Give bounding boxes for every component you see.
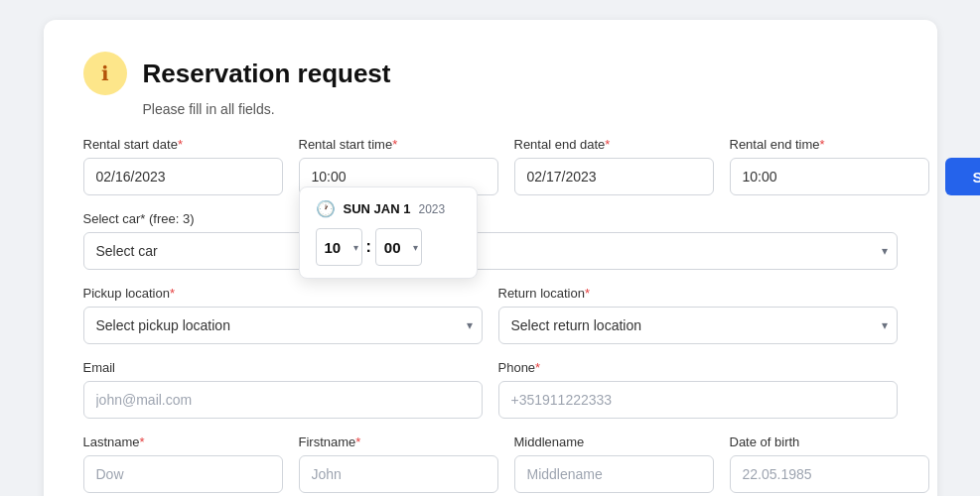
dob-input[interactable] (730, 455, 929, 493)
car-row: Select car* (free: 3) Select car ▾ (83, 211, 898, 270)
select-car-group: Select car* (free: 3) Select car ▾ (83, 211, 898, 270)
return-location-group: Return location* Select return location … (498, 286, 898, 344)
phone-group: Phone* (498, 360, 898, 419)
dob-group: Date of birth (730, 434, 929, 493)
email-input[interactable] (83, 381, 483, 419)
rental-end-date-group: Rental end date* (514, 137, 714, 195)
card-header: ℹ Reservation request (83, 52, 898, 95)
subtitle: Please fill in all fields. (143, 101, 898, 117)
rental-end-time-label: Rental end time* (730, 137, 929, 152)
pickup-location-wrapper: Select pickup location ▾ (83, 307, 483, 344)
pickup-location-select[interactable]: Select pickup location (83, 307, 483, 344)
clock-icon: 🕐 (316, 199, 336, 218)
middlename-group: Middlename (514, 434, 714, 493)
time-separator: : (366, 238, 371, 256)
name-row: Lastname* Firstname* Middlename Date of … (83, 434, 898, 493)
select-car-select[interactable]: Select car (83, 232, 898, 270)
lastname-label: Lastname* (83, 434, 283, 449)
time-picker-popup: 🕐 SUN JAN 1 2023 10 ▾ : (299, 186, 478, 279)
email-label: Email (83, 360, 483, 375)
email-group: Email (83, 360, 483, 419)
rental-end-date-label: Rental end date* (514, 137, 714, 152)
rental-end-time-group: Rental end time* (730, 137, 929, 195)
lastname-group: Lastname* (83, 434, 283, 493)
info-icon: ℹ (83, 52, 127, 95)
select-car-label: Select car* (free: 3) (83, 211, 898, 226)
firstname-input[interactable] (299, 455, 498, 493)
popup-year: 2023 (418, 202, 445, 216)
rental-end-time-input[interactable] (730, 158, 929, 195)
middlename-input[interactable] (514, 455, 714, 493)
rental-start-date-input[interactable] (83, 158, 283, 195)
rental-end-date-input[interactable] (514, 158, 714, 195)
location-row: Pickup location* Select pickup location … (83, 286, 898, 344)
return-location-label: Return location* (498, 286, 898, 301)
hour-select[interactable]: 10 (316, 228, 362, 266)
rental-start-time-group: Rental start time* 🕐 SUN JAN 1 2023 10 (299, 137, 498, 195)
rental-start-date-label: Rental start date* (83, 137, 283, 152)
minute-select-wrap: 00 ▾ (375, 228, 422, 266)
firstname-group: Firstname* (299, 434, 498, 493)
popup-header: 🕐 SUN JAN 1 2023 (316, 199, 461, 218)
firstname-label: Firstname* (299, 434, 498, 449)
minute-select[interactable]: 00 (375, 228, 422, 266)
select-car-wrapper: Select car ▾ (83, 232, 898, 270)
rental-start-date-group: Rental start date* (83, 137, 283, 195)
pickup-location-label: Pickup location* (83, 286, 483, 301)
phone-input[interactable] (498, 381, 898, 419)
middlename-label: Middlename (514, 434, 714, 449)
popup-day: SUN JAN 1 (344, 201, 411, 216)
search-button[interactable]: Search (945, 158, 981, 195)
pickup-location-group: Pickup location* Select pickup location … (83, 286, 483, 344)
contact-row: Email Phone* (83, 360, 898, 419)
dates-row: Rental start date* Rental start time* 🕐 … (83, 137, 898, 195)
phone-label: Phone* (498, 360, 898, 375)
time-selects: 10 ▾ : 00 ▾ (316, 228, 461, 266)
reservation-card: ℹ Reservation request Please fill in all… (44, 20, 937, 496)
rental-start-time-label: Rental start time* (299, 137, 498, 152)
lastname-input[interactable] (83, 455, 283, 493)
return-location-wrapper: Select return location ▾ (498, 307, 898, 344)
return-location-select[interactable]: Select return location (498, 307, 898, 344)
page-title: Reservation request (143, 59, 391, 89)
dob-label: Date of birth (730, 434, 929, 449)
hour-select-wrap: 10 ▾ (316, 228, 362, 266)
